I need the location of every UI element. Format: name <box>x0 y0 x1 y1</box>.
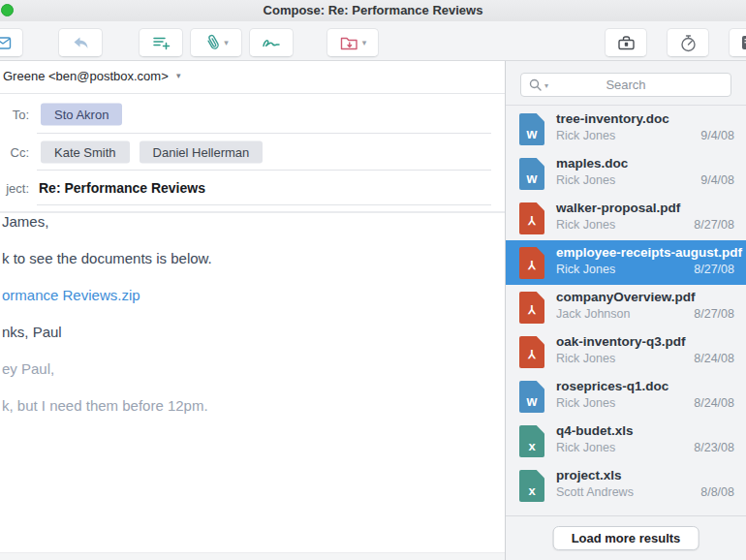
xls-file-icon: x <box>519 425 544 457</box>
subject-underline <box>37 204 491 205</box>
file-result-row[interactable]: wtree-inventory.docRick Jones9/4/08 <box>506 107 746 151</box>
send-icon <box>0 33 13 52</box>
file-date: 9/4/08 <box>700 173 734 187</box>
body-text-line: k to see the documents is below. <box>2 250 495 267</box>
file-result-row[interactable]: ⅄employee-receipts-august.pdfRick Jones8… <box>506 240 746 285</box>
attach-button[interactable]: ▾ <box>190 28 242 57</box>
search-input[interactable] <box>550 74 701 96</box>
file-message-button[interactable]: ▾ <box>326 28 379 57</box>
add-list-icon <box>151 33 171 52</box>
pdf-file-icon: ⅄ <box>519 202 544 234</box>
pdf-file-icon: ⅄ <box>519 292 544 324</box>
file-result-row[interactable]: wroseprices-q1.docRick Jones8/24/08 <box>506 374 746 419</box>
stopwatch-icon <box>678 33 699 53</box>
search-box[interactable]: ▾ <box>520 73 731 97</box>
search-scope-chevron-icon[interactable]: ▾ <box>544 81 548 90</box>
file-name: roseprices-q1.doc <box>556 379 668 393</box>
doc-file-icon: w <box>519 113 544 145</box>
body-text-line: James, <box>2 213 495 231</box>
file-sender: Rick Jones <box>556 352 615 365</box>
to-row: To: Sto Akron <box>0 94 505 134</box>
from-address: Greene <ben@postbox.com> <box>3 69 169 83</box>
add-list-button[interactable] <box>139 28 183 57</box>
bottom-strip <box>0 552 505 560</box>
signature-icon <box>261 33 282 52</box>
file-result-row[interactable]: xproject.xlsScott Andrews8/8/08 <box>506 463 746 508</box>
file-sender: Jack Johnson <box>556 307 630 321</box>
file-date: 8/24/08 <box>694 352 734 365</box>
file-results-list: wtree-inventory.docRick Jones9/4/08wmapl… <box>506 107 746 508</box>
paperclip-icon <box>203 33 221 52</box>
notes-icon <box>739 33 746 52</box>
pdf-file-icon: ⅄ <box>519 247 544 279</box>
signature-button[interactable] <box>249 28 294 57</box>
sidebar-footer: Load more results <box>506 515 746 560</box>
reply-icon <box>71 33 90 52</box>
reply-button[interactable] <box>58 28 103 57</box>
subject-row: ject: Re: Performance Reviews <box>0 171 505 205</box>
file-name: employee-receipts-august.pdf <box>556 245 742 260</box>
file-date: 8/27/08 <box>694 218 734 232</box>
recipient-pill[interactable]: Kate Smith <box>41 141 130 164</box>
file-name: companyOverview.pdf <box>556 290 696 304</box>
file-result-row[interactable]: ⅄oak-inventory-q3.pdfRick Jones8/24/08 <box>506 329 746 374</box>
file-date: 8/24/08 <box>694 396 734 410</box>
file-name: oak-inventory-q3.pdf <box>556 334 686 349</box>
briefcase-button[interactable] <box>605 28 647 57</box>
file-name: maples.doc <box>556 156 628 171</box>
search-icon <box>528 78 544 93</box>
file-name: q4-budet.xls <box>556 423 634 438</box>
file-sender: Scott Andrews <box>556 485 634 499</box>
doc-file-icon: w <box>519 381 544 413</box>
notes-button[interactable] <box>729 28 746 57</box>
send-button[interactable] <box>0 28 23 57</box>
file-sender: Rick Jones <box>556 173 615 187</box>
recipient-pill[interactable]: Daniel Hellerman <box>140 141 264 164</box>
compose-window: Compose: Re: Performance Reviews <box>0 0 746 560</box>
from-chevron-icon: ▾ <box>176 71 181 80</box>
file-sender: Rick Jones <box>556 218 615 232</box>
from-row[interactable]: Greene <ben@postbox.com> ▾ <box>0 61 505 94</box>
file-name: walker-proposal.pdf <box>556 201 680 215</box>
to-label: To: <box>0 107 29 121</box>
pdf-file-icon: ⅄ <box>519 336 544 368</box>
recipient-pill[interactable]: Sto Akron <box>41 103 122 125</box>
folder-icon <box>339 33 359 52</box>
attach-chevron-icon: ▾ <box>224 39 229 47</box>
subject-label: ject: <box>0 181 29 196</box>
file-result-row[interactable]: ⅄companyOverview.pdfJack Johnson8/27/08 <box>506 285 746 329</box>
body-text-line: k, but I need them before 12pm. <box>2 397 495 415</box>
file-name: tree-inventory.doc <box>556 111 669 126</box>
cc-label: Cc: <box>0 145 29 160</box>
doc-file-icon: w <box>519 158 544 190</box>
attachments-sidebar: ▾ wtree-inventory.docRick Jones9/4/08wma… <box>506 61 746 560</box>
file-date: 8/8/08 <box>700 485 734 499</box>
cc-row: Cc: Kate SmithDaniel Hellerman <box>0 134 505 171</box>
window-title: Compose: Re: Performance Reviews <box>0 3 746 17</box>
timer-button[interactable] <box>667 28 709 57</box>
file-sender: Rick Jones <box>556 396 615 410</box>
to-recipients: Sto Akron <box>41 103 122 125</box>
compose-pane: Greene <ben@postbox.com> ▾ To: Sto Akron… <box>0 61 505 560</box>
file-message-chevron-icon: ▾ <box>362 39 367 47</box>
subject-value[interactable]: Re: Performance Reviews <box>39 180 205 196</box>
file-result-row[interactable]: ⅄walker-proposal.pdfRick Jones8/27/08 <box>506 196 746 240</box>
file-date: 8/23/08 <box>694 441 734 454</box>
file-date: 8/27/08 <box>694 263 734 276</box>
search-divider <box>506 105 746 106</box>
toolbar: ▾ ▾ <box>0 21 746 61</box>
file-sender: Rick Jones <box>556 129 615 142</box>
attachment-link[interactable]: ormance Reviews.zip <box>2 287 495 304</box>
body-text-line: nks, Paul <box>2 324 495 341</box>
file-result-row[interactable]: wmaples.docRick Jones9/4/08 <box>506 151 746 196</box>
body-text-line: ey Paul, <box>2 360 495 378</box>
xls-file-icon: x <box>519 470 544 502</box>
file-result-row[interactable]: xq4-budet.xlsRick Jones8/23/08 <box>506 419 746 463</box>
file-sender: Rick Jones <box>556 441 615 454</box>
briefcase-icon <box>616 33 637 52</box>
message-body[interactable]: James,k to see the documents is below.or… <box>2 213 495 550</box>
file-date: 8/27/08 <box>694 307 734 321</box>
title-bar: Compose: Re: Performance Reviews <box>0 0 746 21</box>
load-more-button[interactable]: Load more results <box>553 526 699 550</box>
file-name: project.xls <box>556 468 622 482</box>
